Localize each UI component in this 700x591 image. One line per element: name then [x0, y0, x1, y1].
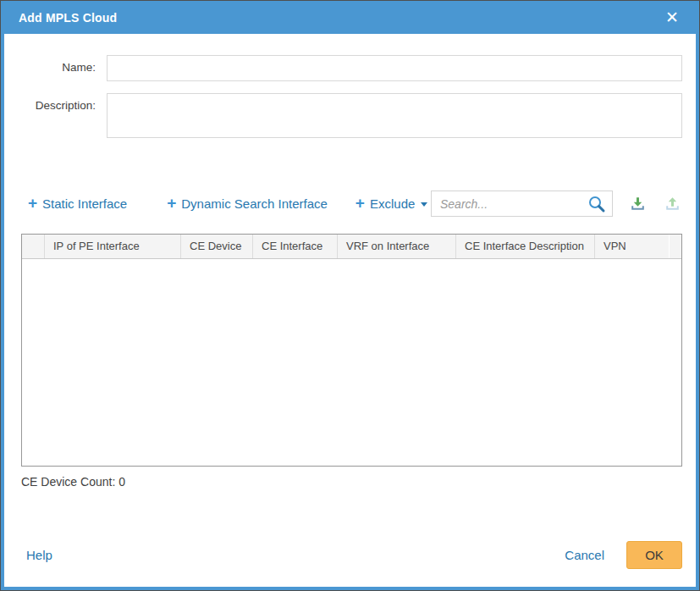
add-static-interface-button[interactable]: + Static Interface: [28, 196, 127, 212]
ok-button[interactable]: OK: [626, 541, 682, 569]
description-label: Description:: [21, 93, 96, 112]
dynamic-search-interface-label: Dynamic Search Interface: [181, 196, 328, 211]
description-input[interactable]: [107, 93, 682, 138]
dialog-title: Add MPLS Cloud: [19, 11, 117, 25]
download-icon[interactable]: [627, 194, 648, 214]
close-icon[interactable]: ✕: [662, 8, 682, 27]
column-header-vrf-on-interface[interactable]: VRF on Interface: [338, 235, 456, 258]
upload-icon[interactable]: [662, 194, 682, 214]
add-exclude-dropdown-button[interactable]: + Exclude: [356, 196, 427, 212]
chevron-down-icon: [421, 202, 427, 207]
interfaces-table: IP of PE InterfaceCE DeviceCE InterfaceV…: [21, 234, 682, 467]
dialog-content: Name: Description: + Static Interface + …: [4, 34, 696, 587]
description-row: Description:: [21, 93, 682, 138]
help-link[interactable]: Help: [26, 548, 52, 562]
plus-icon: +: [356, 195, 365, 211]
static-interface-label: Static Interface: [42, 196, 127, 211]
name-input[interactable]: [107, 55, 682, 81]
search-icon[interactable]: [587, 194, 607, 214]
table-toolbar: + Static Interface + Dynamic Search Inte…: [21, 191, 682, 217]
name-label: Name:: [21, 55, 96, 74]
scrollbar-spacer: [670, 235, 681, 258]
ce-device-count-value: 0: [119, 475, 125, 489]
column-header-ip-of-pe-interface[interactable]: IP of PE Interface: [45, 235, 181, 258]
column-header-ce-interface[interactable]: CE Interface: [253, 235, 338, 258]
column-header-vpn[interactable]: VPN: [595, 235, 670, 258]
column-header-ce-interface-description[interactable]: CE Interface Description: [456, 235, 595, 258]
column-header-select: [22, 235, 45, 258]
table-body: [22, 259, 681, 466]
search-box: [431, 191, 613, 217]
footer-spacer: [21, 489, 682, 541]
plus-icon: +: [28, 195, 37, 211]
cancel-button[interactable]: Cancel: [565, 548, 604, 562]
exclude-label: Exclude: [370, 196, 415, 211]
table-header-row: IP of PE InterfaceCE DeviceCE InterfaceV…: [22, 235, 681, 259]
column-header-ce-device[interactable]: CE Device: [181, 235, 253, 258]
name-row: Name:: [21, 55, 682, 81]
dialog-titlebar: Add MPLS Cloud ✕: [4, 1, 696, 34]
ce-device-count: CE Device Count: 0: [21, 475, 682, 489]
add-dynamic-search-interface-button[interactable]: + Dynamic Search Interface: [167, 196, 328, 212]
dialog-footer: Help Cancel OK: [21, 541, 682, 573]
add-mpls-cloud-dialog: Add MPLS Cloud ✕ Name: Description: + St…: [0, 0, 700, 591]
plus-icon: +: [167, 195, 176, 211]
ce-device-count-label: CE Device Count:: [21, 475, 115, 489]
search-input[interactable]: [440, 197, 587, 211]
